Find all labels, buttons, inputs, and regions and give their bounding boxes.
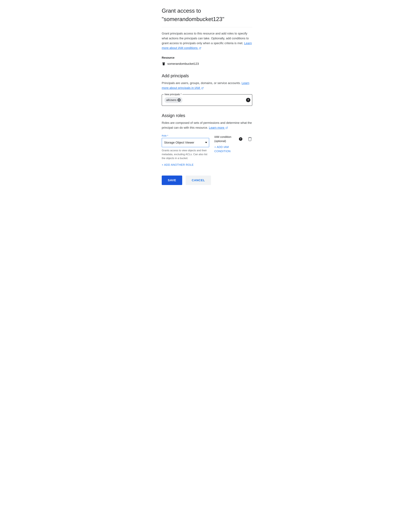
- role-field: Role * Storage Object Viewer Grants acce…: [162, 134, 209, 160]
- chip-container: allUsers: [164, 97, 246, 103]
- delete-role-icon[interactable]: [248, 136, 252, 141]
- svg-line-0: [200, 47, 201, 48]
- save-button[interactable]: SAVE: [162, 176, 182, 185]
- svg-line-5: [227, 127, 228, 128]
- role-select-value: Storage Object Viewer: [162, 138, 209, 147]
- resource-label: Resource: [162, 56, 252, 60]
- resource-item: somerandombucket123: [162, 62, 252, 66]
- iam-condition-label: IAM condition (optional) ?: [214, 135, 242, 143]
- new-principals-field[interactable]: New principals * allUsers ?: [162, 94, 252, 106]
- cancel-button[interactable]: CANCEL: [186, 176, 211, 185]
- role-select-arrow-icon: [205, 142, 207, 143]
- add-principals-desc: Principals are users, groups, domains, o…: [162, 81, 252, 90]
- role-description: Grants access to view objects and their …: [162, 149, 209, 160]
- delete-role-col: [248, 134, 252, 142]
- resource-section: Resource somerandombucket123: [162, 56, 252, 66]
- bucket-name: somerandombucket123: [167, 62, 199, 66]
- page-title: Grant access to "somerandombucket123": [162, 7, 252, 27]
- assign-roles-section: Assign roles Roles are composed of sets …: [162, 112, 252, 167]
- action-buttons: SAVE CANCEL: [162, 173, 252, 185]
- role-select-wrapper[interactable]: Storage Object Viewer: [162, 138, 209, 147]
- close-icon: [178, 99, 180, 101]
- principal-chip: allUsers: [164, 97, 183, 103]
- bucket-icon: [162, 62, 166, 66]
- svg-rect-1: [162, 62, 165, 63]
- add-another-role-button[interactable]: + ADD ANOTHER ROLE: [162, 163, 252, 167]
- chip-remove-button[interactable]: [177, 98, 181, 102]
- external-link-icon-2: [201, 87, 204, 89]
- chip-value: allUsers: [166, 98, 176, 102]
- external-link-icon: [199, 47, 201, 49]
- principals-help-icon[interactable]: ?: [246, 98, 250, 102]
- add-iam-condition-button[interactable]: + ADD IAM CONDITION: [214, 145, 242, 153]
- svg-line-2: [202, 87, 203, 88]
- role-field-label: Role *: [162, 134, 209, 137]
- iam-condition-help-icon[interactable]: ?: [239, 137, 242, 141]
- new-principals-label: New principals *: [164, 93, 183, 96]
- external-link-icon-3: [226, 127, 228, 129]
- iam-condition-col: IAM condition (optional) ? + ADD IAM CON…: [214, 134, 242, 153]
- learn-more-roles-link[interactable]: Learn more: [209, 126, 228, 129]
- assign-roles-desc: Roles are composed of sets of permission…: [162, 121, 252, 130]
- page-description: Grant principals access to this resource…: [162, 31, 252, 50]
- add-principals-title: Add principals: [162, 73, 252, 79]
- add-principals-section: Add principals Principals are users, gro…: [162, 73, 252, 106]
- roles-row: Role * Storage Object Viewer Grants acce…: [162, 134, 252, 160]
- assign-roles-title: Assign roles: [162, 112, 252, 119]
